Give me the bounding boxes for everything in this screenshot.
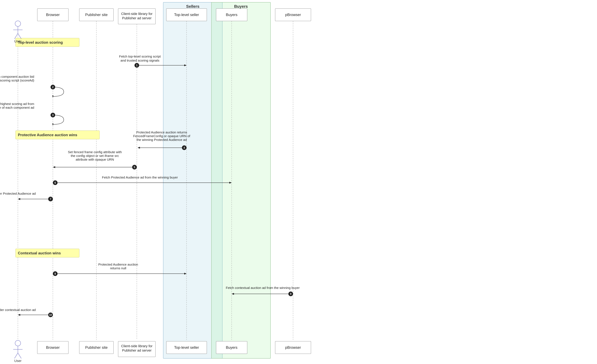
svg-text:Top-level auction scoring: Top-level auction scoring — [18, 40, 63, 44]
svg-marker-46 — [184, 64, 187, 66]
svg-text:Buyers: Buyers — [226, 345, 237, 349]
svg-text:the config object or set ifram: the config object or set iframe src — [71, 154, 119, 158]
svg-text:Top-level seller: Top-level seller — [174, 13, 199, 17]
svg-marker-56 — [52, 123, 54, 126]
svg-rect-39 — [16, 131, 100, 139]
svg-text:Publisher ad server: Publisher ad server — [122, 348, 152, 352]
svg-text:Buyers: Buyers — [226, 13, 237, 17]
svg-text:Protected Audience auction ret: Protected Audience auction returns — [136, 130, 187, 134]
svg-text:FencedFrameConfig or opaque UR: FencedFrameConfig or opaque URN of — [133, 134, 190, 138]
svg-text:Publisher site: Publisher site — [85, 13, 108, 17]
svg-marker-96 — [18, 314, 20, 316]
svg-rect-0 — [163, 2, 222, 358]
svg-text:10: 10 — [49, 314, 52, 316]
svg-rect-28 — [118, 341, 156, 357]
svg-line-108 — [18, 353, 21, 358]
svg-text:6: 6 — [55, 182, 56, 184]
user-figure-bottom: User — [12, 340, 24, 363]
svg-text:Choose the highest scoring ad : Choose the highest scoring ad from — [0, 102, 34, 106]
diagram-container: Sellers Buyers Browser Publisher site Cl… — [0, 0, 597, 364]
user-figure-top: User — [12, 20, 24, 43]
svg-text:Publisher ad server: Publisher ad server — [122, 16, 152, 20]
svg-point-99 — [15, 21, 21, 26]
svg-text:3: 3 — [52, 114, 54, 117]
svg-text:Protective Audience auction wi: Protective Audience auction wins — [18, 133, 77, 137]
svg-text:Fetch contextual auction ad fr: Fetch contextual auction ad from the win… — [226, 286, 299, 290]
svg-rect-13 — [216, 8, 247, 21]
svg-marker-91 — [232, 293, 234, 295]
svg-text:5: 5 — [134, 166, 135, 169]
svg-text:Buyers: Buyers — [234, 4, 248, 9]
svg-text:Publisher site: Publisher site — [85, 345, 108, 349]
svg-text:pBrowser: pBrowser — [285, 345, 301, 349]
svg-text:2: 2 — [52, 86, 54, 88]
svg-text:4: 4 — [184, 146, 185, 149]
svg-rect-11 — [166, 8, 207, 21]
svg-text:Set fenced frame config attrib: Set fenced frame config attribute with — [68, 150, 122, 154]
svg-text:top-level seller's score of ea: top-level seller's score of each compone… — [0, 106, 34, 109]
svg-point-64 — [182, 145, 187, 150]
svg-text:Browser: Browser — [46, 13, 60, 17]
svg-point-76 — [53, 180, 57, 185]
svg-rect-15 — [275, 8, 311, 21]
svg-marker-80 — [18, 198, 20, 200]
svg-text:Client-side library for: Client-side library for — [121, 344, 152, 348]
svg-text:Protected Audience auction: Protected Audience auction — [98, 263, 138, 266]
svg-text:with top-level seller's scorin: with top-level seller's scoring script (… — [0, 79, 34, 82]
svg-rect-24 — [37, 341, 68, 354]
svg-rect-26 — [79, 341, 113, 354]
svg-text:pBrowser: pBrowser — [285, 13, 301, 17]
svg-point-104 — [15, 340, 21, 346]
svg-point-81 — [48, 197, 53, 201]
svg-text:Render contextual auction ad: Render contextual auction ad — [0, 308, 36, 312]
svg-text:Render Protected Audience ad: Render Protected Audience ad — [0, 192, 36, 195]
svg-text:Fetch Protected Audience ad fr: Fetch Protected Audience ad from the win… — [102, 175, 178, 179]
svg-text:Browser: Browser — [46, 345, 60, 349]
svg-text:the winning Protected Audience: the winning Protected Audience ad — [136, 138, 187, 142]
svg-marker-86 — [184, 273, 187, 275]
svg-rect-41 — [16, 249, 79, 257]
svg-rect-33 — [216, 341, 247, 354]
svg-point-52 — [51, 85, 55, 89]
svg-text:returns null: returns null — [110, 266, 126, 270]
svg-line-103 — [18, 33, 21, 39]
svg-line-102 — [15, 33, 18, 39]
svg-marker-51 — [52, 95, 54, 98]
svg-rect-2 — [212, 2, 270, 358]
svg-text:8: 8 — [55, 272, 56, 275]
svg-rect-8 — [118, 8, 156, 24]
svg-point-87 — [53, 271, 57, 276]
svg-rect-4 — [37, 8, 68, 21]
svg-text:attribute with opaque URN: attribute with opaque URN — [76, 158, 114, 161]
svg-line-107 — [15, 353, 18, 358]
svg-text:and trusted scoring signals: and trusted scoring signals — [120, 59, 159, 62]
svg-text:1: 1 — [136, 64, 138, 67]
svg-marker-70 — [53, 166, 55, 168]
svg-text:9: 9 — [290, 293, 291, 295]
svg-rect-35 — [275, 341, 311, 354]
diagram-svg: Sellers Buyers Browser Publisher site Cl… — [0, 0, 597, 364]
svg-text:Top-level seller: Top-level seller — [174, 345, 199, 349]
svg-point-71 — [132, 165, 137, 169]
svg-text:7: 7 — [50, 198, 51, 200]
svg-marker-75 — [229, 182, 232, 184]
svg-text:Client-side library for: Client-side library for — [121, 12, 152, 16]
svg-point-92 — [288, 292, 293, 296]
svg-text:Score each component auction b: Score each component auction bid — [0, 75, 34, 78]
svg-marker-63 — [138, 147, 140, 149]
svg-point-57 — [51, 113, 55, 117]
svg-point-97 — [48, 313, 53, 317]
svg-text:Fetch top-level scoring script: Fetch top-level scoring script — [119, 55, 161, 58]
svg-text:Contextual auction wins: Contextual auction wins — [18, 251, 61, 255]
svg-point-47 — [134, 63, 139, 68]
svg-text:Sellers: Sellers — [186, 4, 199, 9]
svg-rect-37 — [16, 38, 79, 47]
svg-rect-6 — [79, 8, 113, 21]
svg-rect-31 — [166, 341, 207, 354]
